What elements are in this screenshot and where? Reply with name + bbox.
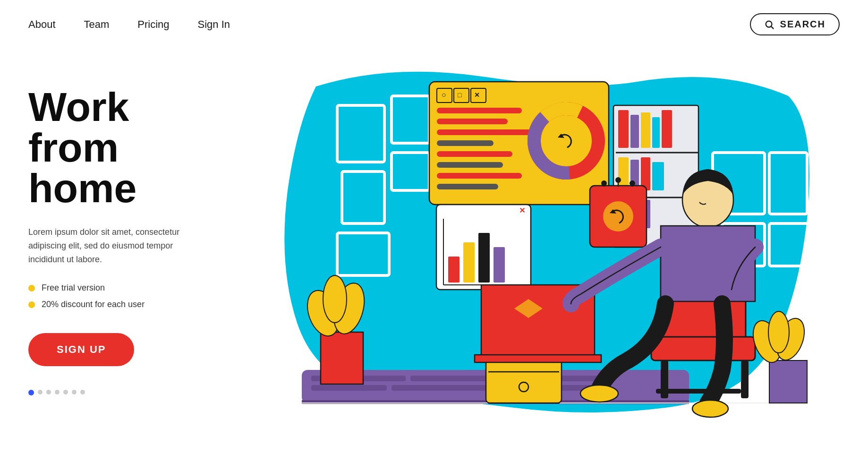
svg-rect-89 [656,389,741,394]
svg-rect-8 [769,153,807,214]
svg-rect-36 [437,140,494,146]
nav-link-team[interactable]: Team [84,18,110,31]
svg-rect-59 [478,233,490,283]
bullet-dot-2 [28,301,35,308]
svg-point-92 [580,385,618,402]
svg-point-93 [692,400,728,417]
feature-item-1: Free trial version [28,283,227,293]
svg-rect-94 [769,360,807,403]
svg-rect-40 [437,184,498,189]
svg-rect-5 [391,96,429,143]
svg-point-75 [323,275,347,323]
svg-rect-84 [475,355,601,362]
bullet-dot-1 [28,285,35,292]
svg-point-80 [519,382,528,392]
pagination-dot-7[interactable] [80,390,85,394]
feature-text-1: Free trial version [42,283,105,293]
pagination-dot-2[interactable] [38,390,43,394]
svg-rect-60 [494,247,505,283]
svg-rect-33 [437,108,522,113]
svg-text:□: □ [458,91,462,99]
svg-rect-6 [391,153,429,190]
nav-link-signin[interactable]: Sign In [198,18,230,31]
svg-rect-34 [437,119,508,124]
svg-rect-20 [652,162,664,190]
svg-rect-4 [337,233,389,275]
svg-rect-88 [741,360,749,398]
pagination-dot-5[interactable] [63,390,68,394]
scene-svg: ○ □ ✕ [227,58,840,463]
svg-point-97 [768,311,789,353]
svg-point-44 [552,127,580,155]
svg-rect-12 [618,110,629,148]
features-list: Free trial version 20% discount for each… [28,283,227,309]
svg-rect-38 [437,162,503,168]
search-button[interactable]: SEARCH [750,13,840,35]
search-label: SEARCH [780,19,825,30]
svg-rect-16 [662,110,672,148]
svg-point-0 [766,21,772,27]
svg-rect-86 [651,337,755,360]
svg-rect-35 [437,129,531,135]
svg-rect-57 [448,257,460,283]
illustration: ○ □ ✕ [227,58,840,463]
svg-rect-15 [652,117,660,148]
signup-button[interactable]: SIGN UP [28,333,134,366]
svg-rect-13 [630,115,639,148]
pagination-dot-4[interactable] [55,390,60,394]
svg-line-1 [771,26,774,29]
pagination-dot-1[interactable] [28,390,34,395]
nav-link-about[interactable]: About [28,18,56,31]
pagination-dot-6[interactable] [72,390,77,394]
svg-rect-3 [342,171,384,223]
svg-rect-58 [463,242,475,283]
svg-rect-67 [311,385,387,391]
main-container: Work from home Lorem ipsum dolor sit ame… [0,49,868,463]
svg-rect-72 [321,332,363,384]
nav-links: About Team Pricing Sign In [28,18,230,31]
search-icon [764,19,774,30]
svg-text:✕: ✕ [474,91,480,99]
navbar: About Team Pricing Sign In SEARCH [0,0,868,49]
svg-point-53 [603,201,633,232]
pagination-dot-3[interactable] [46,390,51,394]
svg-rect-14 [641,112,650,148]
svg-rect-2 [337,105,384,162]
svg-text:○: ○ [442,91,446,99]
svg-text:✕: ✕ [519,206,525,214]
left-content: Work from home Lorem ipsum dolor sit ame… [28,58,227,463]
svg-rect-37 [437,151,512,157]
hero-description: Lorem ipsum dolor sit amet, consectetur … [28,225,198,266]
pagination-dots [28,390,227,395]
feature-text-2: 20% discount for each user [42,300,145,309]
svg-rect-10 [769,223,812,266]
nav-link-pricing[interactable]: Pricing [137,18,169,31]
hero-title: Work from home [28,86,227,208]
svg-rect-39 [437,173,522,179]
feature-item-2: 20% discount for each user [28,300,227,309]
